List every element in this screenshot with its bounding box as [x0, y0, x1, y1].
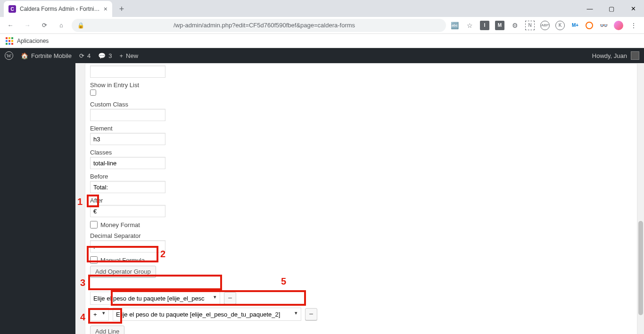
- before-input[interactable]: [90, 181, 165, 193]
- before-label: Before: [90, 173, 632, 180]
- ext-k-icon[interactable]: K: [555, 21, 565, 30]
- custom-class-label: Custom Class: [90, 101, 632, 108]
- maximize-button[interactable]: ▢: [601, 1, 622, 16]
- close-tab-icon[interactable]: ×: [104, 5, 107, 13]
- element-input[interactable]: [90, 133, 165, 145]
- custom-class-input[interactable]: [90, 109, 165, 121]
- comment-icon: 💬: [98, 52, 106, 59]
- wp-logo[interactable]: W: [5, 51, 13, 60]
- show-entry-list-checkbox[interactable]: [90, 90, 96, 96]
- money-format-checkbox[interactable]: [90, 221, 98, 228]
- wp-admin-sidebar[interactable]: [0, 63, 75, 334]
- extension-icons: 🔤 ☆ I M ⚙ N ABP K M+ 👓 ⋮: [450, 21, 640, 30]
- element-label: Element: [90, 125, 632, 132]
- howdy-text: Howdy, Juan: [592, 52, 627, 59]
- formula-field-select-1[interactable]: Elije el peso de tu paquete [elije_el_pe…: [90, 292, 220, 305]
- remove-line-1-button[interactable]: −: [224, 292, 236, 304]
- bookmark-star-icon[interactable]: ☆: [465, 21, 474, 30]
- new-link[interactable]: +New: [119, 52, 138, 59]
- decimal-separator-label: Decimal Separator: [90, 232, 632, 239]
- unnamed-top-input[interactable]: [90, 65, 165, 78]
- address-bar[interactable]: 🔒 /wp-admin/admin.php?edit=CF5d760f590fb…: [72, 19, 446, 32]
- formula-operator-select[interactable]: +: [90, 308, 109, 321]
- browser-toolbar: ← → ⟳ ⌂ 🔒 /wp-admin/admin.php?edit=CF5d7…: [0, 17, 644, 34]
- profile-avatar-icon[interactable]: [614, 21, 623, 30]
- reload-button[interactable]: ⟳: [38, 19, 51, 32]
- comments-link[interactable]: 💬3: [98, 52, 112, 59]
- translate-icon[interactable]: 🔤: [450, 21, 459, 30]
- window-controls: — ▢ ✕: [579, 0, 644, 17]
- scrollbar[interactable]: [637, 63, 644, 334]
- tab-title: Caldera Forms Admin ‹ Fortnite M: [20, 6, 100, 12]
- scrollbar-thumb[interactable]: [638, 221, 643, 315]
- close-window-button[interactable]: ✕: [622, 1, 644, 16]
- ext-i-icon[interactable]: I: [480, 21, 489, 30]
- site-link[interactable]: 🏠Fortnite Mobile: [21, 52, 72, 59]
- home-button[interactable]: ⌂: [55, 19, 68, 32]
- refresh-icon: ⟳: [79, 52, 84, 59]
- bookmarks-apps-label[interactable]: Aplicaciones: [17, 38, 49, 44]
- minimize-button[interactable]: —: [579, 1, 601, 16]
- annotation-number-1: 1: [77, 196, 83, 207]
- ext-mask-icon[interactable]: 👓: [599, 21, 608, 30]
- manual-formula-checkbox[interactable]: [90, 256, 98, 264]
- bookmarks-bar: Aplicaciones: [0, 34, 644, 48]
- site-name: Fortnite Mobile: [31, 52, 72, 59]
- ext-o-icon[interactable]: [586, 22, 593, 29]
- add-operator-group-button[interactable]: Add Operator Group: [90, 266, 156, 277]
- add-line-button[interactable]: Add Line: [90, 326, 124, 334]
- forward-button[interactable]: →: [21, 19, 34, 32]
- back-button[interactable]: ←: [4, 19, 17, 32]
- decimal-separator-input[interactable]: [90, 240, 165, 253]
- apps-grid-icon[interactable]: [6, 37, 13, 45]
- formula-line-1: Elije el peso de tu paquete [elije_el_pe…: [90, 292, 632, 305]
- plus-icon: +: [119, 52, 123, 59]
- add-operator-group-label: Add Operator Group: [95, 268, 151, 275]
- new-label: New: [126, 52, 138, 59]
- updates-link[interactable]: ⟳4: [79, 52, 91, 59]
- user-avatar-icon: [631, 51, 639, 60]
- after-input[interactable]: [90, 205, 165, 217]
- classes-label: Classes: [90, 149, 632, 156]
- after-label: After: [90, 197, 632, 204]
- ext-mplus-icon[interactable]: M+: [570, 21, 580, 30]
- wp-content-area: Show in Entry List Custom Class Element …: [75, 63, 644, 334]
- updates-count: 4: [87, 52, 91, 59]
- browser-tab[interactable]: C Caldera Forms Admin ‹ Fortnite M ×: [4, 1, 112, 17]
- browser-tab-strip: C Caldera Forms Admin ‹ Fortnite M × + —…: [0, 0, 644, 17]
- caldera-field-settings-panel: Show in Entry List Custom Class Element …: [85, 63, 637, 334]
- url-text: /wp-admin/admin.php?edit=CF5d760f590fbef…: [88, 22, 440, 29]
- add-line-label: Add Line: [95, 328, 119, 334]
- new-tab-button[interactable]: +: [115, 2, 128, 16]
- show-entry-list-label: Show in Entry List: [90, 81, 632, 89]
- home-icon: 🏠: [21, 52, 28, 59]
- remove-line-2-button[interactable]: −: [305, 308, 317, 320]
- manual-formula-label: Manual Formula: [100, 257, 145, 264]
- chrome-menu-icon[interactable]: ⋮: [629, 21, 638, 30]
- ext-abp-icon[interactable]: ABP: [540, 21, 550, 30]
- formula-line-2: + Elije el peso de tu paquete [elije_el_…: [90, 308, 632, 321]
- wp-admin-bar: W 🏠Fortnite Mobile ⟳4 💬3 +New Howdy, Jua…: [0, 48, 644, 63]
- howdy-user[interactable]: Howdy, Juan: [592, 51, 639, 60]
- classes-input[interactable]: [90, 157, 165, 169]
- ext-n-icon[interactable]: N: [525, 21, 535, 30]
- formula-field-select-2[interactable]: Elije el peso de tu paquete [elije_el_pe…: [113, 308, 301, 321]
- lock-icon: 🔒: [77, 22, 84, 29]
- comments-count: 3: [108, 52, 112, 59]
- ext-gear-icon[interactable]: ⚙: [510, 21, 520, 30]
- favicon-icon: C: [8, 5, 16, 13]
- money-format-label: Money Format: [100, 221, 140, 228]
- ext-m-icon[interactable]: M: [495, 21, 504, 30]
- wp-logo-icon: W: [5, 51, 13, 60]
